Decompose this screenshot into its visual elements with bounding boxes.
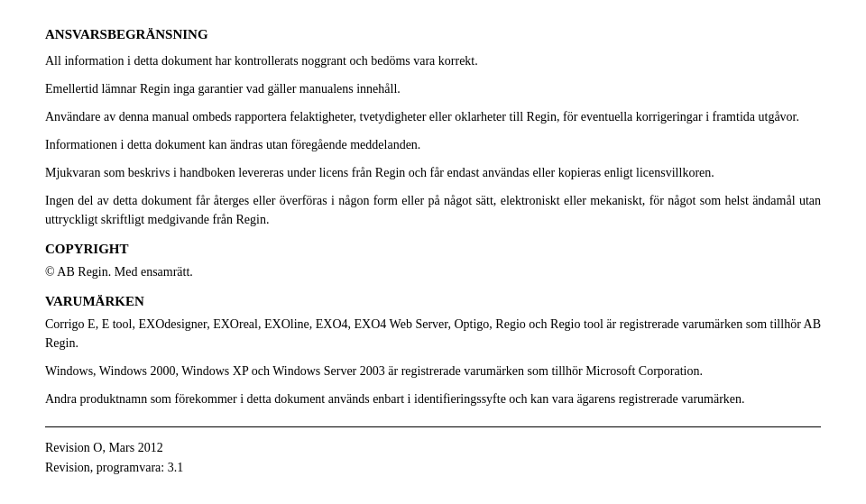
paragraph-5: Mjukvaran som beskrivs i handboken lever… <box>45 163 821 182</box>
varumärken-paragraph3: Andra produktnamn som förekommer i detta… <box>45 389 821 408</box>
copyright-section: COPYRIGHT © AB Regin. Med ensamrätt. <box>45 242 821 281</box>
footer-line1: Revision O, Mars 2012 <box>45 438 821 458</box>
page-content: ANSVARSBEGRÄNSNING All information i det… <box>45 27 821 479</box>
paragraph-4: Informationen i detta dokument kan ändra… <box>45 135 821 154</box>
footer-section: Revision O, Mars 2012 Revision, programv… <box>45 438 821 479</box>
divider <box>45 426 821 427</box>
paragraph-3: Användare av denna manual ombeds rapport… <box>45 107 821 126</box>
copyright-line1: © AB Regin. Med ensamrätt. <box>45 262 821 281</box>
paragraph-1: All information i detta dokument har kon… <box>45 51 821 70</box>
main-heading: ANSVARSBEGRÄNSNING <box>45 27 821 42</box>
copyright-title: COPYRIGHT <box>45 242 821 257</box>
varumärken-paragraph1: Corrigo E, E tool, EXOdesigner, EXOreal,… <box>45 315 821 353</box>
varumärken-section: VARUMÄRKEN Corrigo E, E tool, EXOdesigne… <box>45 294 821 408</box>
varumärken-title: VARUMÄRKEN <box>45 294 821 309</box>
paragraph-6: Ingen del av detta dokument får återges … <box>45 191 821 229</box>
footer-line2: Revision, programvara: 3.1 <box>45 458 821 478</box>
paragraph-2: Emellertid lämnar Regin inga garantier v… <box>45 79 821 98</box>
varumärken-paragraph2: Windows, Windows 2000, Windows XP och Wi… <box>45 362 821 380</box>
